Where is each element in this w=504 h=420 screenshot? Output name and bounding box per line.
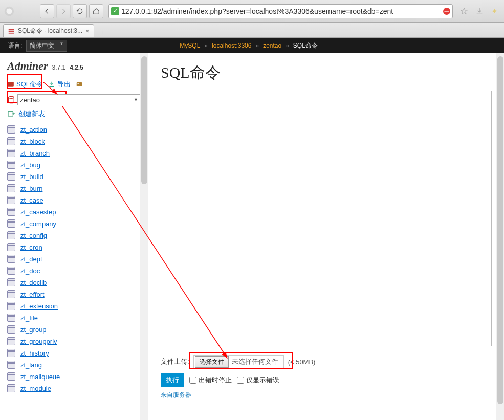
table-icon [7, 349, 15, 357]
choose-file-button[interactable]: 选择文件 [195, 356, 229, 368]
table-item[interactable]: zt_case [7, 194, 141, 206]
breadcrumb-link[interactable]: MySQL [180, 42, 200, 49]
table-name: zt_doclib [20, 279, 47, 286]
table-name: zt_group [20, 326, 47, 334]
table-item[interactable]: zt_cron [7, 241, 141, 253]
svg-rect-3 [9, 31, 14, 32]
table-item[interactable]: zt_doclib [7, 277, 141, 288]
browser-tab[interactable]: SQL命令 - localhost:3... × [3, 24, 94, 37]
sql-textarea[interactable] [161, 91, 492, 346]
svg-rect-6 [77, 82, 82, 86]
table-item[interactable]: zt_build [7, 171, 141, 182]
sql-command-link[interactable]: SQL命令 [7, 80, 43, 89]
table-name: zt_history [20, 349, 49, 357]
version-new: 4.2.5 [70, 64, 83, 71]
browser-toolbar: ✓ 127.0.0.1:82/adminer/index.php?server=… [0, 0, 504, 23]
table-item[interactable]: zt_effort [7, 289, 141, 300]
star-icon[interactable] [458, 5, 470, 17]
show-errors-only-input[interactable] [237, 377, 244, 384]
table-name: zt_bug [20, 161, 40, 169]
table-name: zt_case [20, 196, 43, 204]
table-name: zt_block [20, 138, 45, 145]
table-item[interactable]: zt_company [7, 218, 141, 229]
table-item[interactable]: zt_block [7, 136, 141, 147]
table-name: zt_build [20, 173, 43, 181]
table-name: zt_extension [20, 302, 58, 310]
file-size-note: (< 50MB) [288, 358, 316, 366]
app-topbar: 语言: 简体中文 MySQL»localhost:3306»zentao»SQL… [0, 38, 504, 53]
tab-title: SQL命令 - localhost:3... [18, 27, 82, 35]
table-icon [7, 267, 15, 275]
sidebar-scrollbar[interactable] [140, 53, 148, 420]
logo-text: Adminer [7, 59, 48, 73]
table-icon [7, 137, 15, 145]
create-table-link[interactable]: 创建新表 [7, 109, 141, 119]
table-icon [7, 149, 15, 157]
file-input[interactable]: 选择文件 未选择任何文件 [193, 355, 284, 368]
table-name: zt_burn [20, 185, 42, 192]
table-icon [7, 372, 15, 381]
table-item[interactable]: zt_dept [7, 253, 141, 264]
table-item[interactable]: zt_extension [7, 300, 141, 312]
table-item[interactable]: zt_bug [7, 159, 141, 170]
table-icon [7, 184, 15, 192]
show-errors-only-checkbox[interactable]: 仅显示错误 [237, 375, 279, 385]
browser-tab-bar: SQL命令 - localhost:3... × + [0, 23, 504, 38]
table-item[interactable]: zt_history [7, 347, 141, 359]
execute-button[interactable]: 执行 [161, 373, 184, 387]
new-tab-button[interactable]: + [96, 26, 108, 37]
table-item[interactable]: zt_branch [7, 147, 141, 159]
table-item[interactable]: zt_module [7, 383, 141, 394]
breadcrumb-link[interactable]: localhost:3306 [212, 42, 251, 49]
tables-list: zt_actionzt_blockzt_branchzt_bugzt_build… [7, 124, 141, 394]
url-text: 127.0.0.1:82/adminer/index.php?server=lo… [121, 7, 443, 15]
version-old: 3.7.1 [52, 64, 65, 71]
forward-button[interactable] [56, 4, 71, 18]
stop-on-error-input[interactable] [189, 377, 196, 384]
main-content: SQL命令 文件上传: 选择文件 未选择任何文件 (< 50MB) 执行 出错时… [148, 53, 504, 420]
stop-on-error-checkbox[interactable]: 出错时停止 [189, 375, 232, 385]
table-icon [7, 161, 15, 169]
table-name: zt_action [20, 126, 47, 134]
export-link[interactable]: 导出 [48, 80, 71, 89]
table-item[interactable]: zt_mailqueue [7, 371, 141, 382]
back-button[interactable] [40, 4, 54, 18]
table-icon [7, 337, 15, 345]
download-icon[interactable] [473, 5, 486, 17]
table-item[interactable]: zt_doc [7, 265, 141, 276]
app-logo: Adminer 3.7.1 4.2.5 [7, 59, 141, 73]
table-item[interactable]: zt_group [7, 324, 141, 335]
table-icon [7, 231, 15, 239]
dump-icon[interactable] [76, 81, 83, 88]
table-name: zt_mailqueue [20, 373, 60, 381]
url-bar[interactable]: ✓ 127.0.0.1:82/adminer/index.php?server=… [108, 4, 453, 18]
content-scrollbar[interactable] [496, 53, 504, 420]
from-server-link[interactable]: 来自服务器 [161, 391, 492, 400]
table-name: zt_file [20, 314, 38, 322]
svg-rect-2 [9, 29, 14, 30]
table-icon [7, 208, 15, 216]
language-label: 语言: [8, 41, 22, 50]
svg-point-1 [7, 8, 12, 14]
table-item[interactable]: zt_config [7, 230, 141, 241]
breadcrumb-link[interactable]: zentao [263, 42, 281, 49]
home-button[interactable] [89, 4, 103, 18]
tab-close-icon[interactable]: × [85, 27, 90, 35]
table-item[interactable]: zt_burn [7, 183, 141, 194]
table-item[interactable]: zt_file [7, 312, 141, 323]
table-icon [7, 243, 15, 251]
database-select[interactable]: zentao [17, 94, 141, 105]
table-icon [7, 302, 15, 310]
table-name: zt_doc [20, 267, 40, 275]
lightning-icon[interactable] [489, 5, 501, 17]
language-select[interactable]: 简体中文 [26, 40, 67, 52]
table-name: zt_grouppriv [20, 338, 57, 345]
stop-icon[interactable]: — [443, 8, 450, 15]
breadcrumb-separator: » [204, 42, 208, 49]
table-item[interactable]: zt_grouppriv [7, 336, 141, 347]
reload-button[interactable] [73, 4, 87, 18]
table-item[interactable]: zt_lang [7, 359, 141, 370]
table-item[interactable]: zt_action [7, 124, 141, 135]
table-item[interactable]: zt_casestep [7, 206, 141, 217]
table-icon [7, 255, 15, 263]
